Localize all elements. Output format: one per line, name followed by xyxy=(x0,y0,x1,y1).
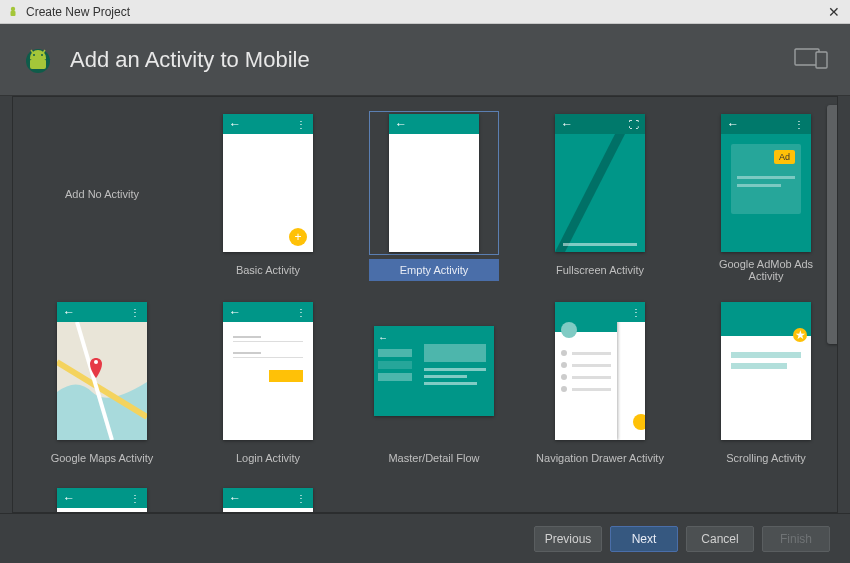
activity-option-navdrawer[interactable]: ⋮ Navigation Drawer Activity xyxy=(525,299,675,469)
svg-point-4 xyxy=(33,54,35,56)
form-factor-icon xyxy=(794,46,830,73)
fullscreen-icon: ⛶ xyxy=(629,119,639,130)
activity-option-login[interactable]: ←⋮ Login Activity xyxy=(193,299,343,469)
svg-rect-9 xyxy=(816,52,827,68)
svg-point-12 xyxy=(94,360,98,364)
activity-label: Fullscreen Activity xyxy=(556,264,644,276)
activity-option-partial-2[interactable]: ←⋮ xyxy=(193,487,343,513)
svg-point-0 xyxy=(11,6,15,10)
wizard-header: Add an Activity to Mobile xyxy=(0,24,850,96)
ad-badge: Ad xyxy=(774,150,795,164)
activity-label: Empty Activity xyxy=(400,264,468,276)
activity-label: Navigation Drawer Activity xyxy=(536,452,664,464)
scrollbar-thumb[interactable] xyxy=(827,105,838,344)
activity-option-empty[interactable]: ← Empty Activity xyxy=(359,111,509,281)
activity-label: Google Maps Activity xyxy=(51,452,154,464)
page-title: Add an Activity to Mobile xyxy=(70,47,310,73)
window-title: Create New Project xyxy=(26,5,130,19)
cancel-button[interactable]: Cancel xyxy=(686,526,754,552)
android-logo-icon xyxy=(20,42,56,78)
finish-button: Finish xyxy=(762,526,830,552)
wizard-footer: Previous Next Cancel Finish xyxy=(0,513,850,563)
activity-option-basic[interactable]: ←⋮ + Basic Activity xyxy=(193,111,343,281)
svg-marker-10 xyxy=(555,134,625,252)
activity-label: Google AdMob Ads Activity xyxy=(701,258,831,282)
activity-option-admob[interactable]: ←⋮ Ad Google AdMob Ads Activity xyxy=(691,111,838,281)
previous-button[interactable]: Previous xyxy=(534,526,602,552)
titlebar: Create New Project ✕ xyxy=(0,0,850,24)
svg-point-5 xyxy=(41,54,43,56)
activity-option-none[interactable]: Add No Activity xyxy=(27,111,177,281)
activity-option-maps[interactable]: ←⋮ Google Maps Activity xyxy=(27,299,177,469)
activity-label: Master/Detail Flow xyxy=(388,452,479,464)
close-icon[interactable]: ✕ xyxy=(824,4,844,20)
activity-gallery: Add No Activity ←⋮ + Basic Activity ← Em… xyxy=(12,96,838,513)
activity-option-scrolling[interactable]: ★ Scrolling Activity xyxy=(691,299,838,469)
android-studio-icon xyxy=(6,5,20,19)
scrollbar[interactable] xyxy=(827,105,835,504)
activity-label: Scrolling Activity xyxy=(726,452,805,464)
activity-option-fullscreen[interactable]: ← ⛶ Fullscreen Activity xyxy=(525,111,675,281)
activity-option-partial-1[interactable]: ←⋮ xyxy=(27,487,177,513)
activity-label: Basic Activity xyxy=(236,264,300,276)
svg-rect-3 xyxy=(30,59,46,69)
svg-rect-1 xyxy=(11,11,16,16)
next-button[interactable]: Next xyxy=(610,526,678,552)
activity-label: Login Activity xyxy=(236,452,300,464)
activity-option-masterdetail[interactable]: ← Master/Detail Flow xyxy=(359,299,509,469)
